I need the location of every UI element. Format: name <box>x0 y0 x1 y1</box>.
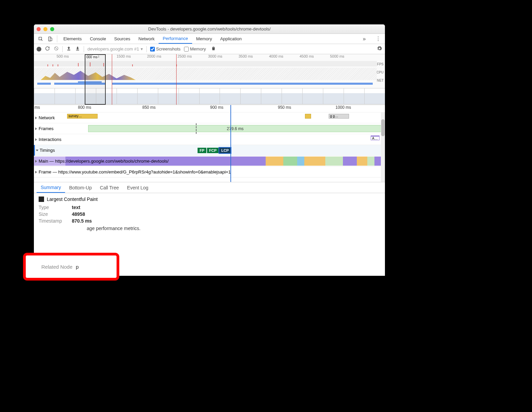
frame-bar[interactable]: 279.6 ms <box>88 125 382 132</box>
flame-scrollbar[interactable] <box>381 112 385 182</box>
devtools-window: DevTools - developers.google.com/web/too… <box>34 24 385 276</box>
overview-selection[interactable] <box>85 54 106 105</box>
tab-memory[interactable]: Memory <box>192 34 216 44</box>
tab-performance[interactable]: Performance <box>159 34 192 44</box>
summary-description: age performance metrics. <box>39 226 380 231</box>
related-node-annotation: Related Node p <box>23 253 119 281</box>
download-button[interactable] <box>75 46 80 52</box>
current-time-marker[interactable] <box>230 105 231 182</box>
timings-row[interactable]: Timings FPFCPLCP <box>34 145 385 156</box>
summary-color-swatch <box>39 197 44 202</box>
frame-thread-row[interactable]: Frame — https://www.youtube.com/embed/G_… <box>34 167 385 178</box>
subtab-call-tree[interactable]: Call Tree <box>96 182 123 193</box>
trash-icon[interactable] <box>211 46 216 52</box>
expand-icon[interactable] <box>35 127 37 130</box>
traffic-lights <box>37 27 54 31</box>
svg-rect-2 <box>50 38 52 41</box>
reload-button[interactable] <box>45 46 50 52</box>
network-chip[interactable]: survey… <box>67 114 98 119</box>
tab-elements[interactable]: Elements <box>59 34 86 44</box>
fcp-marker[interactable]: FCP <box>207 148 219 153</box>
close-icon[interactable] <box>37 27 41 31</box>
upload-button[interactable] <box>66 46 71 52</box>
overview-marker <box>176 54 177 105</box>
summary-size-value: 48958 <box>72 211 85 217</box>
tab-sources[interactable]: Sources <box>110 34 135 44</box>
subtab-bottom-up[interactable]: Bottom-Up <box>65 182 96 193</box>
expand-icon[interactable] <box>35 160 37 163</box>
maximize-icon[interactable] <box>50 27 54 31</box>
frame-divider <box>196 123 197 134</box>
screenshots-checkbox[interactable]: Screenshots <box>150 46 181 52</box>
window-title: DevTools - developers.google.com/web/too… <box>34 26 385 32</box>
summary-panel: Largest Contentful Paint Typetext Size48… <box>34 193 385 234</box>
clear-button[interactable] <box>54 46 59 52</box>
zoom-ruler: ms 800 ms 850 ms 900 ms 950 ms 1000 ms <box>34 105 385 112</box>
inspect-icon[interactable] <box>36 34 45 44</box>
subtab-summary[interactable]: Summary <box>37 182 65 193</box>
tab-application[interactable]: Application <box>216 34 246 44</box>
settings-gear-icon[interactable] <box>377 46 382 52</box>
expand-icon[interactable] <box>35 117 37 119</box>
devtools-tabs: Elements Console Sources Network Perform… <box>34 34 385 44</box>
flame-chart[interactable]: ms 800 ms 850 ms 900 ms 950 ms 1000 ms N… <box>34 105 385 182</box>
subtab-event-log[interactable]: Event Log <box>123 182 152 193</box>
lcp-marker[interactable]: LCP <box>219 148 231 153</box>
device-toggle-icon[interactable] <box>45 34 55 44</box>
related-node-label: Related Node <box>41 264 73 270</box>
summary-title: Largest Contentful Paint <box>47 197 98 202</box>
recording-dropdown[interactable]: developers.google.com #1 ▾ <box>87 46 143 52</box>
svg-rect-4 <box>67 50 70 50</box>
frames-row[interactable]: Frames 279.6 ms <box>34 123 385 134</box>
collapse-icon[interactable] <box>36 149 39 151</box>
overview-marker <box>112 54 112 105</box>
summary-timestamp-value: 870.5 ms <box>72 218 92 224</box>
titlebar: DevTools - developers.google.com/web/too… <box>34 24 385 34</box>
tab-console[interactable]: Console <box>86 34 110 44</box>
svg-rect-5 <box>76 50 79 50</box>
overview-track-labels: FPSCPUNET <box>376 60 384 85</box>
fp-marker[interactable]: FP <box>198 148 206 153</box>
network-chip[interactable] <box>305 114 311 119</box>
minimize-icon[interactable] <box>43 27 47 31</box>
interactions-row[interactable]: Interactions A… <box>34 134 385 145</box>
tab-network[interactable]: Network <box>135 34 159 44</box>
kebab-menu-icon[interactable]: ⋮ <box>373 36 383 42</box>
network-row[interactable]: Network survey… g g… <box>34 112 385 123</box>
related-node-value[interactable]: p <box>76 264 79 270</box>
more-tabs-icon[interactable]: » <box>360 36 369 42</box>
summary-type-value: text <box>72 205 80 210</box>
chevron-down-icon: ▾ <box>141 46 143 52</box>
record-button[interactable] <box>37 47 41 52</box>
interaction-chip[interactable]: A… <box>371 136 380 140</box>
timing-markers: FPFCPLCP <box>198 148 231 153</box>
performance-toolbar: developers.google.com #1 ▾ Screenshots M… <box>34 44 385 54</box>
expand-icon[interactable] <box>35 171 37 173</box>
main-thread-row[interactable]: Main — https://developers.google.com/web… <box>34 156 385 167</box>
memory-checkbox[interactable]: Memory <box>184 46 206 52</box>
expand-icon[interactable] <box>35 138 37 141</box>
network-chip[interactable]: g g… <box>329 114 349 119</box>
detail-subtabs: Summary Bottom-Up Call Tree Event Log <box>34 182 385 193</box>
overview-panel[interactable]: 500 ms000 ms1500 ms2000 ms2500 ms3000 ms… <box>34 54 385 105</box>
